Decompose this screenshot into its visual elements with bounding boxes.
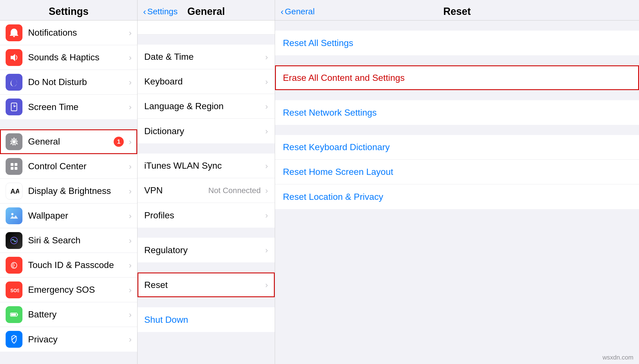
ituneswlan-chevron: › xyxy=(265,161,268,171)
svg-rect-7 xyxy=(11,163,13,166)
general-item-shutdown[interactable]: Shut Down xyxy=(138,307,275,332)
sidebar-item-wallpaper[interactable]: Wallpaper › xyxy=(0,203,137,228)
svg-text:AA: AA xyxy=(10,187,19,195)
profiles-label: Profiles xyxy=(144,210,263,221)
sidebar-item-screentime[interactable]: Screen Time › xyxy=(0,95,137,119)
controlcenter-icon xyxy=(6,158,22,175)
reset-back-chevron: ‹ xyxy=(281,6,284,17)
keyboard-chevron: › xyxy=(265,77,268,86)
reset-chevron: › xyxy=(265,280,268,290)
resetkeyboard-label: Reset Keyboard Dictionary xyxy=(283,142,631,152)
reset-column: ‹ General Reset Reset All Settings Erase… xyxy=(275,0,639,364)
general-item-dictionary[interactable]: Dictionary › xyxy=(138,119,275,143)
reset-divider0 xyxy=(275,20,639,31)
svg-rect-10 xyxy=(15,167,17,170)
donotdisturb-icon xyxy=(6,74,22,91)
partial-top-item xyxy=(138,20,275,35)
sidebar-item-general[interactable]: General 1 › xyxy=(0,129,137,154)
settings-group1: Notifications › Sounds & Haptics › xyxy=(0,20,137,119)
language-chevron: › xyxy=(265,102,268,111)
resetlocation-label: Reset Location & Privacy xyxy=(283,192,631,202)
general-partial-top xyxy=(138,20,275,35)
siri-label: Siri & Search xyxy=(28,235,127,246)
sidebar-item-battery[interactable]: Battery › xyxy=(0,302,137,327)
svg-marker-1 xyxy=(11,54,15,61)
sidebar-item-notifications[interactable]: Notifications › xyxy=(0,20,137,45)
general-group2: iTunes WLAN Sync › VPN Not Connected › P… xyxy=(138,154,275,228)
general-shutdown-section: Shut Down xyxy=(138,307,275,332)
reset-header: ‹ General Reset xyxy=(275,0,639,20)
reset-scroll[interactable]: Reset All Settings Erase All Content and… xyxy=(275,20,639,364)
sidebar-item-touchid[interactable]: Touch ID & Passcode › xyxy=(0,253,137,278)
reset-item-network[interactable]: Reset Network Settings xyxy=(275,100,639,125)
wallpaper-label: Wallpaper xyxy=(28,210,127,221)
eraseallcontent-label: Erase All Content and Settings xyxy=(283,73,631,83)
general-item-ituneswlan[interactable]: iTunes WLAN Sync › xyxy=(138,154,275,178)
reset-group1: Reset All Settings xyxy=(275,31,639,55)
battery-icon xyxy=(6,306,22,323)
sidebar-item-donotdisturb[interactable]: Do Not Disturb › xyxy=(0,70,137,95)
general-item-reset[interactable]: Reset › xyxy=(138,273,275,297)
svg-rect-9 xyxy=(11,167,13,170)
sidebar-item-displaybrightness[interactable]: AA Display & Brightness › xyxy=(0,179,137,203)
screentime-icon xyxy=(6,99,22,115)
general-item-vpn[interactable]: VPN Not Connected › xyxy=(138,178,275,203)
settings-column: Settings Notifications › xyxy=(0,0,138,364)
general-back-button[interactable]: ‹ Settings xyxy=(143,6,178,17)
reset-item-allsettings[interactable]: Reset All Settings xyxy=(275,31,639,55)
privacy-label: Privacy xyxy=(28,334,127,345)
reset-item-eraseall[interactable]: Erase All Content and Settings xyxy=(275,65,639,90)
general-divider3 xyxy=(138,262,275,273)
sounds-chevron: › xyxy=(129,53,132,62)
dictionary-label: Dictionary xyxy=(144,126,263,136)
sidebar-item-privacy[interactable]: Privacy › xyxy=(0,327,137,352)
sounds-label: Sounds & Haptics xyxy=(28,52,127,63)
sidebar-item-controlcenter[interactable]: Control Center › xyxy=(0,154,137,179)
notifications-chevron: › xyxy=(129,28,132,38)
sidebar-item-emergencysos[interactable]: SOS Emergency SOS › xyxy=(0,278,137,302)
general-badge: 1 xyxy=(114,137,124,147)
svg-point-14 xyxy=(13,265,15,266)
general-scroll[interactable]: Date & Time › Keyboard › Language & Regi… xyxy=(138,20,275,364)
screentime-label: Screen Time xyxy=(28,102,127,112)
displaybrightness-icon: AA xyxy=(6,183,22,200)
general-divider2 xyxy=(138,228,275,238)
regulatory-label: Regulatory xyxy=(144,245,263,255)
donotdisturb-chevron: › xyxy=(129,77,132,87)
general-item-datetime[interactable]: Date & Time › xyxy=(138,45,275,69)
general-item-profiles[interactable]: Profiles › xyxy=(138,203,275,228)
general-back-chevron: ‹ xyxy=(143,6,146,17)
ituneswlan-label: iTunes WLAN Sync xyxy=(144,161,263,171)
sidebar-item-sounds[interactable]: Sounds & Haptics › xyxy=(0,45,137,70)
watermark: wsxdn.com xyxy=(603,354,633,361)
reset-item-homescreen[interactable]: Reset Home Screen Layout xyxy=(275,160,639,184)
reset-back-button[interactable]: ‹ General xyxy=(281,6,315,17)
general-item-keyboard[interactable]: Keyboard › xyxy=(138,69,275,94)
vpn-detail: Not Connected xyxy=(208,186,261,195)
general-group3: Regulatory › xyxy=(138,238,275,262)
sidebar-item-siri[interactable]: Siri & Search › xyxy=(0,228,137,253)
general-title: General xyxy=(187,6,225,17)
settings-divider1 xyxy=(0,119,137,129)
reset-group2: Erase All Content and Settings xyxy=(275,65,639,90)
settings-scroll[interactable]: Notifications › Sounds & Haptics › xyxy=(0,20,137,364)
vpn-chevron: › xyxy=(265,186,268,195)
regulatory-chevron: › xyxy=(265,245,268,255)
general-item-regulatory[interactable]: Regulatory › xyxy=(138,238,275,262)
reset-item-keyboard[interactable]: Reset Keyboard Dictionary xyxy=(275,135,639,160)
reset-divider4 xyxy=(275,209,639,293)
emergencysos-label: Emergency SOS xyxy=(28,285,127,295)
displaybrightness-chevron: › xyxy=(129,186,132,196)
general-divider4 xyxy=(138,297,275,307)
svg-text:SOS: SOS xyxy=(10,288,19,293)
reset-group4: Reset Keyboard Dictionary Reset Home Scr… xyxy=(275,135,639,209)
resetallsettings-label: Reset All Settings xyxy=(283,38,631,48)
general-item-language[interactable]: Language & Region › xyxy=(138,94,275,119)
reset-item-location[interactable]: Reset Location & Privacy xyxy=(275,184,639,209)
general-group4: Reset › xyxy=(138,273,275,297)
general-back-label: Settings xyxy=(147,7,178,16)
reset-back-label: General xyxy=(285,7,315,16)
settings-header: Settings xyxy=(0,0,137,20)
app-container: Settings Notifications › xyxy=(0,0,639,364)
general-group1: Date & Time › Keyboard › Language & Regi… xyxy=(138,45,275,143)
